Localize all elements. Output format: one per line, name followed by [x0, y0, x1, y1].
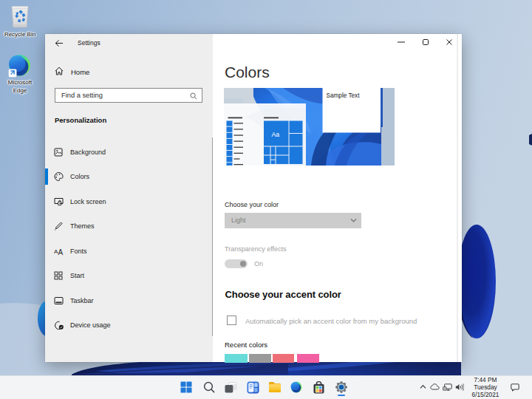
svg-text:A: A	[58, 248, 64, 256]
svg-text:Sample Text: Sample Text	[327, 92, 361, 99]
svg-text:Aa: Aa	[272, 131, 280, 138]
